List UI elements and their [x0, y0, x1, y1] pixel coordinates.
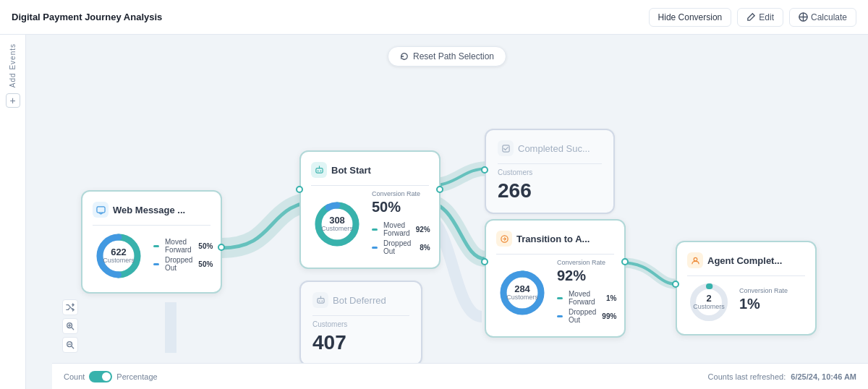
transition-icon: [496, 231, 512, 247]
sidebar: Add Events +: [0, 35, 26, 389]
shuffle-icon: [66, 303, 75, 312]
bot-start-node: Bot Start 308 Customers Conversion Rate …: [299, 150, 441, 269]
zoom-in-button[interactable]: [62, 318, 78, 334]
web-message-dropped-out: Dropped Out 50%: [153, 256, 213, 272]
svg-point-7: [320, 170, 321, 171]
conn-bot-start-left: [296, 186, 303, 193]
bot-start-stats: 308 Customers Conversion Rate 50% Moved …: [311, 190, 429, 257]
conn-agent-left: [672, 281, 679, 288]
bot-start-title: Bot Start: [331, 165, 371, 176]
transition-header: Transition to A...: [496, 231, 614, 247]
svg-point-13: [318, 300, 320, 302]
conn-transition-right: [621, 258, 629, 265]
agent-completed-node: Agent Complet... 2 Customers Conversion …: [676, 241, 817, 335]
hide-conversion-button[interactable]: Hide Conversion: [649, 8, 732, 27]
bottom-bar: Count Percentage Counts last refreshed: …: [52, 363, 868, 389]
bot-deferred-node: Bot Deferred Customers 407: [299, 281, 422, 366]
svg-point-6: [317, 170, 318, 171]
svg-rect-1: [96, 206, 104, 212]
agent-completed-title: Agent Complet...: [707, 255, 782, 266]
bot-deferred-title: Bot Deferred: [333, 295, 386, 306]
header-actions: Hide Conversion Edit Calculate: [649, 8, 856, 27]
svg-rect-12: [317, 298, 323, 303]
conn-web-message-right: [218, 244, 225, 251]
edit-button[interactable]: Edit: [737, 8, 783, 27]
conn-bot-start-right: [436, 186, 443, 193]
svg-rect-5: [315, 168, 322, 173]
header: Digital Payment Journey Analysis Hide Co…: [0, 0, 868, 35]
web-message-title: Web Message ...: [113, 205, 185, 215]
svg-point-14: [321, 300, 323, 302]
transition-node: Transition to A... 284 Customers Convers…: [485, 219, 626, 338]
bot-deferred-header: Bot Deferred: [312, 292, 409, 308]
bot-deferred-icon: [312, 292, 328, 308]
transition-stats: 284 Customers Conversion Rate 92% Moved …: [496, 259, 614, 326]
sidebar-label: Add Events: [9, 43, 17, 87]
web-message-header: Web Message ...: [93, 202, 210, 218]
bot-start-header: Bot Start: [311, 162, 429, 178]
zoom-controls: [62, 299, 78, 353]
completed-header: Completed Suc...: [498, 140, 602, 156]
agent-completed-icon: [687, 252, 703, 268]
zoom-out-icon: [66, 341, 75, 349]
conn-completed-left: [481, 166, 488, 174]
refresh-time: 6/25/24, 10:46 AM: [791, 372, 856, 381]
bot-start-icon: [311, 162, 327, 178]
completed-title: Completed Suc...: [518, 143, 590, 154]
completed-icon: [498, 140, 514, 156]
add-events-button[interactable]: +: [6, 93, 20, 108]
canvas: Reset Path Selection Web Messa: [26, 35, 868, 389]
zoom-out-button[interactable]: [62, 337, 78, 353]
page-title: Digital Payment Journey Analysis: [12, 12, 162, 22]
transition-moved-forward: Moved Forward 1%: [557, 290, 616, 306]
bot-start-moved-forward: Moved Forward 92%: [372, 221, 430, 237]
count-toggle-group: Count Percentage: [64, 371, 158, 382]
reset-icon: [400, 52, 409, 61]
transition-dropped-out: Dropped Out 99%: [557, 308, 616, 324]
web-message-node: Web Message ... 622 Customers Moved Forw…: [81, 190, 222, 294]
transition-title: Transition to A...: [516, 234, 590, 244]
zoom-in-icon: [66, 322, 75, 330]
bot-start-donut: 308 Customers: [311, 198, 363, 250]
bot-start-dropped-out: Dropped Out 8%: [372, 239, 430, 255]
shuffle-button[interactable]: [62, 299, 78, 315]
web-message-icon: [93, 202, 109, 218]
percentage-label: Percentage: [116, 372, 157, 381]
transition-donut: 284 Customers: [496, 267, 548, 319]
web-message-moved-forward: Moved Forward 50%: [153, 238, 213, 254]
refresh-info: Counts last refreshed: 6/25/24, 10:46 AM: [708, 372, 856, 381]
agent-completed-stats: 2 Customers Conversion Rate 1%: [687, 281, 805, 324]
count-percentage-toggle[interactable]: [89, 371, 112, 382]
completed-node: Completed Suc... Customers 266: [485, 129, 615, 214]
svg-point-19: [694, 257, 697, 261]
calculate-icon: [799, 12, 808, 22]
edit-icon: [746, 12, 756, 22]
web-message-donut: 622 Customers: [93, 230, 145, 282]
calculate-button[interactable]: Calculate: [789, 8, 856, 27]
conn-transition-left: [481, 258, 488, 265]
reset-path-button[interactable]: Reset Path Selection: [388, 46, 506, 67]
agent-completed-header: Agent Complet...: [687, 252, 805, 268]
web-message-stats: 622 Customers Moved Forward 50% Dropped …: [93, 230, 210, 282]
count-label: Count: [64, 372, 85, 381]
agent-completed-donut: 2 Customers: [687, 281, 731, 324]
